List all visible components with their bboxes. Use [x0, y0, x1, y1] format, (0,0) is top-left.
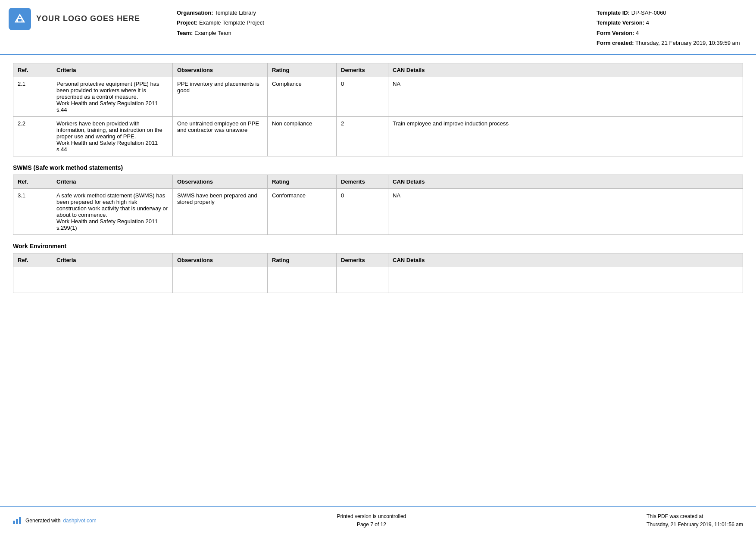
work-environment-table: Ref. Criteria Observations Rating Demeri…: [13, 253, 743, 293]
footer-page: Page 7 of 12: [337, 521, 406, 529]
generated-text: Generated with: [25, 518, 60, 524]
cell-can: NA: [388, 77, 743, 116]
team-field: Team: Example Team: [177, 28, 597, 38]
page-footer: Generated with dashpivot.com Printed ver…: [0, 506, 756, 534]
cell-criteria: Personal protective equipment (PPE) has …: [52, 77, 173, 116]
org-field: Organisation: Template Library: [177, 8, 597, 18]
logo-area: YOUR LOGO GOES HERE: [9, 8, 168, 30]
table-row-empty: [13, 267, 743, 293]
col-header-rating: Rating: [268, 253, 337, 267]
project-field: Project: Example Template Project: [177, 18, 597, 28]
col-header-criteria: Criteria: [52, 175, 173, 188]
col-header-ref: Ref.: [13, 63, 52, 77]
bar1: [13, 521, 15, 524]
header-middle: Organisation: Template Library Project: …: [168, 8, 597, 38]
cell-rating: Compliance: [268, 77, 337, 116]
cell-ref: 2.2: [13, 116, 52, 156]
col-header-criteria: Criteria: [52, 253, 173, 267]
ppe-table: Ref. Criteria Observations Rating Demeri…: [13, 63, 743, 156]
cell-ref-empty: [13, 267, 52, 293]
table-row: 2.1 Personal protective equipment (PPE) …: [13, 77, 743, 116]
col-header-demerits: Demerits: [337, 175, 388, 188]
cell-can: NA: [388, 188, 743, 234]
cell-criteria: A safe work method statement (SWMS) has …: [52, 188, 173, 234]
page-header: YOUR LOGO GOES HERE Organisation: Templa…: [0, 0, 756, 55]
table-row: 3.1 A safe work method statement (SWMS) …: [13, 188, 743, 234]
swms-section-title: SWMS (Safe work method statements): [13, 164, 743, 171]
logo-svg: [13, 12, 26, 25]
footer-pdf-date: Thursday, 21 February 2019, 11:01:56 am: [647, 521, 743, 529]
col-header-demerits: Demerits: [337, 63, 388, 77]
table-header-row: Ref. Criteria Observations Rating Demeri…: [13, 253, 743, 267]
team-label: Team:: [177, 30, 193, 36]
table-header-row: Ref. Criteria Observations Rating Demeri…: [13, 175, 743, 188]
cell-observations: PPE inventory and placements is good: [173, 77, 268, 116]
cell-observations: SWMS have been prepared and stored prope…: [173, 188, 268, 234]
form-version-field: Form Version: 4: [597, 28, 743, 38]
col-header-observations: Observations: [173, 175, 268, 188]
form-created-field: Form created: Thursday, 21 February 2019…: [597, 38, 743, 48]
col-header-can: CAN Details: [388, 253, 743, 267]
cell-can: Train employee and improve induction pro…: [388, 116, 743, 156]
dashpivot-icon: [13, 517, 21, 524]
col-header-ref: Ref.: [13, 175, 52, 188]
cell-criteria: Workers have been provided with informat…: [52, 116, 173, 156]
cell-rating: Conformance: [268, 188, 337, 234]
project-label: Project:: [177, 19, 197, 26]
swms-table: Ref. Criteria Observations Rating Demeri…: [13, 175, 743, 235]
footer-right: This PDF was created at Thursday, 21 Feb…: [647, 512, 743, 529]
cell-demerits: 0: [337, 77, 388, 116]
cell-demerits: 2: [337, 116, 388, 156]
table-row: 2.2 Workers have been provided with info…: [13, 116, 743, 156]
col-header-criteria: Criteria: [52, 63, 173, 77]
footer-uncontrolled: Printed version is uncontrolled: [337, 512, 406, 521]
template-version-field: Template Version: 4: [597, 18, 743, 28]
cell-can-empty: [388, 267, 743, 293]
cell-ref: 3.1: [13, 188, 52, 234]
cell-demerits: 0: [337, 188, 388, 234]
col-header-can: CAN Details: [388, 63, 743, 77]
col-header-rating: Rating: [268, 175, 337, 188]
col-header-observations: Observations: [173, 63, 268, 77]
col-header-rating: Rating: [268, 63, 337, 77]
table-header-row: Ref. Criteria Observations Rating Demeri…: [13, 63, 743, 77]
logo-text: YOUR LOGO GOES HERE: [36, 14, 140, 24]
bar2: [16, 519, 18, 524]
org-label: Organisation:: [177, 9, 213, 16]
header-right: Template ID: DP-SAF-0060 Template Versio…: [597, 8, 743, 48]
cell-ref: 2.1: [13, 77, 52, 116]
logo-icon: [9, 8, 31, 30]
template-id-field: Template ID: DP-SAF-0060: [597, 8, 743, 18]
bar3: [19, 517, 21, 524]
cell-criteria-empty: [52, 267, 173, 293]
col-header-ref: Ref.: [13, 253, 52, 267]
footer-pdf-label: This PDF was created at: [647, 512, 743, 521]
cell-rating: Non compliance: [268, 116, 337, 156]
main-content: Ref. Criteria Observations Rating Demeri…: [0, 55, 756, 301]
cell-observations: One untrained employee on PPE and contra…: [173, 116, 268, 156]
work-env-section-title: Work Environment: [13, 243, 743, 250]
cell-observations-empty: [173, 267, 268, 293]
col-header-demerits: Demerits: [337, 253, 388, 267]
footer-left: Generated with dashpivot.com: [13, 517, 97, 524]
col-header-can: CAN Details: [388, 175, 743, 188]
dashpivot-link[interactable]: dashpivot.com: [63, 518, 96, 524]
footer-center: Printed version is uncontrolled Page 7 o…: [337, 512, 406, 529]
cell-rating-empty: [268, 267, 337, 293]
cell-demerits-empty: [337, 267, 388, 293]
col-header-observations: Observations: [173, 253, 268, 267]
